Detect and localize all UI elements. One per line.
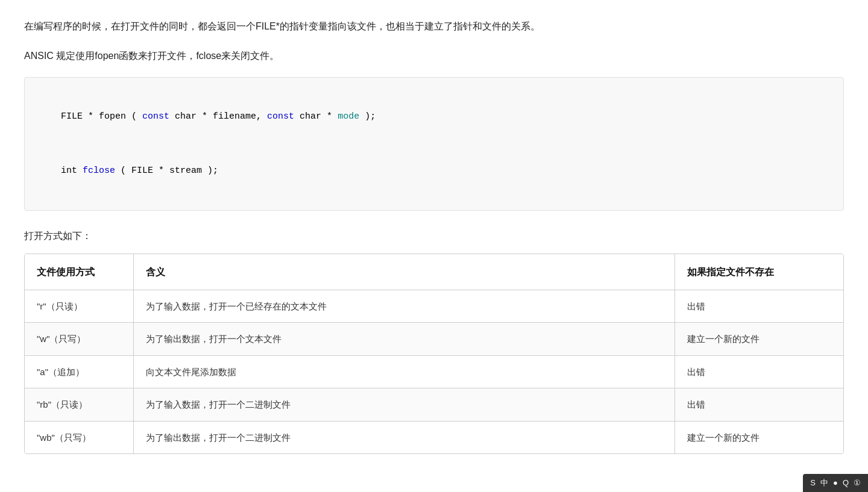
table-cell-mode: "rb"（只读） — [25, 388, 133, 422]
code-keyword-const1: const — [142, 111, 169, 122]
code-keyword-const2: const — [267, 111, 294, 122]
table-cell-mode: "w"（只写） — [25, 323, 133, 356]
status-bar-dot: ● — [833, 476, 838, 490]
code-block: FILE * fopen ( const char * filename, co… — [24, 77, 844, 211]
open-mode-label: 打开方式如下： — [24, 228, 844, 244]
table-header-row: 文件使用方式 含义 如果指定文件不存在 — [25, 254, 843, 290]
status-bar: S 中 ● Q ① — [803, 474, 868, 492]
status-bar-s: S — [810, 476, 816, 490]
table-cell-mode: "wb"（只写） — [25, 421, 133, 453]
code-text-int: int — [61, 166, 83, 176]
table-header-notexist: 如果指定文件不存在 — [675, 254, 843, 290]
table-cell-meaning: 向文本文件尾添加数据 — [133, 355, 675, 388]
table-row: "a"（追加）向文本文件尾添加数据出错 — [25, 355, 843, 388]
table-cell-meaning: 为了输出数据，打开一个二进制文件 — [133, 421, 675, 453]
table-cell-notexist: 建立一个新的文件 — [675, 323, 843, 356]
table-cell-notexist: 出错 — [675, 388, 843, 422]
table-cell-meaning: 为了输入数据，打开一个已经存在的文本文件 — [133, 290, 675, 323]
code-line-2: int fclose ( FILE * stream ); — [39, 144, 829, 198]
intro-paragraph2: ANSIC 规定使用fopen函数来打开文件，fclose来关闭文件。 — [24, 48, 844, 65]
table-cell-notexist: 建立一个新的文件 — [675, 421, 843, 453]
code-keyword-fclose: fclose — [83, 166, 115, 176]
code-text-end1: ); — [359, 111, 376, 122]
table-row: "rb"（只读）为了输入数据，打开一个二进制文件出错 — [25, 388, 843, 422]
table-header-meaning: 含义 — [133, 254, 675, 290]
code-text-file: FILE * fopen ( — [61, 111, 142, 122]
status-bar-circle: ① — [854, 476, 861, 490]
code-var-mode: mode — [338, 111, 359, 122]
intro-paragraph1: 在编写程序的时候，在打开文件的同时，都会返回一个FILE*的指针变量指向该文件，… — [24, 18, 844, 36]
table-header-mode: 文件使用方式 — [25, 254, 133, 290]
file-mode-table: 文件使用方式 含义 如果指定文件不存在 "r"（只读）为了输入数据，打开一个已经… — [25, 254, 843, 454]
table-row: "wb"（只写）为了输出数据，打开一个二进制文件建立一个新的文件 — [25, 421, 843, 453]
table-cell-meaning: 为了输入数据，打开一个二进制文件 — [133, 388, 675, 422]
status-bar-mic[interactable]: Q — [843, 476, 849, 490]
file-mode-table-container: 文件使用方式 含义 如果指定文件不存在 "r"（只读）为了输入数据，打开一个已经… — [24, 254, 844, 455]
table-row: "r"（只读）为了输入数据，打开一个已经存在的文本文件出错 — [25, 290, 843, 323]
table-body: "r"（只读）为了输入数据，打开一个已经存在的文本文件出错"w"（只写）为了输出… — [25, 290, 843, 453]
table-cell-mode: "a"（追加） — [25, 355, 133, 388]
table-cell-notexist: 出错 — [675, 355, 843, 388]
table-row: "w"（只写）为了输出数据，打开一个文本文件建立一个新的文件 — [25, 323, 843, 356]
table-cell-mode: "r"（只读） — [25, 290, 133, 323]
table-cell-meaning: 为了输出数据，打开一个文本文件 — [133, 323, 675, 356]
code-line-1: FILE * fopen ( const char * filename, co… — [39, 90, 829, 144]
code-text-char1: char * filename, — [169, 111, 267, 122]
code-text-char2: char * — [294, 111, 338, 122]
table-cell-notexist: 出错 — [675, 290, 843, 323]
status-bar-lang: 中 — [820, 476, 828, 490]
code-text-stream: ( FILE * stream ); — [115, 166, 218, 176]
